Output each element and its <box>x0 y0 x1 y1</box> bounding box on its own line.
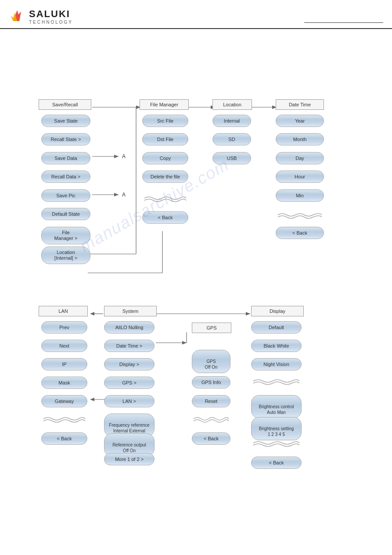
logo-text-group: SALUKI TECHNOLOGY <box>29 8 73 25</box>
label-display: Display <box>251 306 304 316</box>
label-lan: LAN <box>39 306 88 316</box>
btn-blackwhite[interactable]: Black White <box>251 340 302 352</box>
btn-next[interactable]: Next <box>41 340 87 352</box>
svg-marker-21 <box>182 341 187 345</box>
btn-filemanager[interactable]: File Manager > <box>41 227 90 244</box>
logo-main: SALUKI <box>29 8 70 19</box>
btn-savedata[interactable]: Save Data <box>41 152 90 164</box>
btn-sys-display[interactable]: Display > <box>104 358 155 370</box>
btn-sys-gps[interactable]: GPS > <box>104 377 155 389</box>
btn-back-filemanager[interactable]: < Back <box>142 211 188 224</box>
btn-brightness-ctrl[interactable]: Brightness control Auto Man <box>251 395 302 418</box>
logo-sub: TECHNOLOGY <box>29 20 73 25</box>
squiggle-dt <box>276 208 324 221</box>
btn-sd[interactable]: SD <box>212 133 251 145</box>
squiggle-gps <box>192 415 230 427</box>
btn-year[interactable]: Year <box>276 115 324 127</box>
btn-nightvision[interactable]: Night Vision <box>251 358 302 370</box>
btn-back-display[interactable]: < Back <box>251 457 302 469</box>
header: SALUKI TECHNOLOGY <box>0 0 392 29</box>
logo-icon <box>9 8 25 25</box>
btn-alilo[interactable]: AliLO Nulling <box>104 321 155 334</box>
squiggle-1 <box>142 189 188 207</box>
btn-defaultstate[interactable]: Default State <box>41 208 90 220</box>
header-line <box>304 22 383 23</box>
svg-marker-11 <box>114 193 119 196</box>
btn-default[interactable]: Default <box>251 321 302 334</box>
squiggle-disp1 <box>251 377 302 389</box>
btn-hour[interactable]: Hour <box>276 170 324 183</box>
label-saverecall: Save/Recall <box>39 99 91 110</box>
btn-gps-onoff[interactable]: GPS Off On <box>192 350 230 373</box>
label-gps: GPS <box>192 323 231 333</box>
btn-recallstate[interactable]: Recall State > <box>41 133 90 145</box>
arrow-a2-label: A <box>122 192 126 198</box>
btn-savestate[interactable]: Save State <box>41 115 90 127</box>
diagram: manualsarchive.com <box>0 29 392 512</box>
btn-sys-datetime[interactable]: Date Time > <box>104 340 155 352</box>
logo-area: SALUKI TECHNOLOGY <box>9 8 73 25</box>
svg-marker-17 <box>90 312 94 316</box>
btn-more[interactable]: More 1 of 2 > <box>104 453 155 465</box>
btn-location[interactable]: Location [Internal] > <box>41 247 90 264</box>
btn-recalldata[interactable]: Recall Data > <box>41 170 90 183</box>
label-location: Location <box>212 99 252 110</box>
btn-month[interactable]: Month <box>276 133 324 145</box>
squiggle-lan <box>41 415 87 427</box>
arrow-a1-label: A <box>122 153 126 160</box>
btn-dstfile[interactable]: Dst File <box>142 133 188 145</box>
svg-marker-24 <box>90 398 94 401</box>
btn-copy[interactable]: Copy <box>142 152 188 164</box>
btn-sys-lan[interactable]: LAN > <box>104 395 155 407</box>
btn-back-lan[interactable]: < Back <box>41 432 87 445</box>
label-datetime: Date Time <box>276 99 324 110</box>
btn-back-datetime[interactable]: < Back <box>276 227 324 239</box>
btn-mask[interactable]: Mask <box>41 377 87 389</box>
label-system: System <box>104 306 157 316</box>
label-filemanager: File Manager <box>140 99 189 110</box>
btn-usb[interactable]: USB <box>212 152 251 164</box>
svg-marker-9 <box>114 155 119 158</box>
btn-prev[interactable]: Prev <box>41 321 87 334</box>
btn-brightness-set[interactable]: Brightness setting 1 2 3 4 5 <box>251 417 302 440</box>
btn-min[interactable]: Min <box>276 189 324 202</box>
btn-back-gps[interactable]: < Back <box>192 432 230 445</box>
btn-srcfile[interactable]: Src File <box>142 115 188 127</box>
btn-savepic[interactable]: Save Pic <box>41 189 90 202</box>
btn-deletefile[interactable]: Delete the file <box>142 170 188 183</box>
squiggle-disp2 <box>251 439 302 451</box>
btn-internal[interactable]: Internal <box>212 115 251 127</box>
btn-reset[interactable]: Reset <box>192 395 230 407</box>
btn-gateway[interactable]: Gateway <box>41 395 87 407</box>
btn-day[interactable]: Day <box>276 152 324 164</box>
svg-marker-19 <box>246 312 250 316</box>
btn-gpsinfo[interactable]: GPS Info <box>192 376 230 388</box>
btn-ip[interactable]: IP <box>41 358 87 370</box>
